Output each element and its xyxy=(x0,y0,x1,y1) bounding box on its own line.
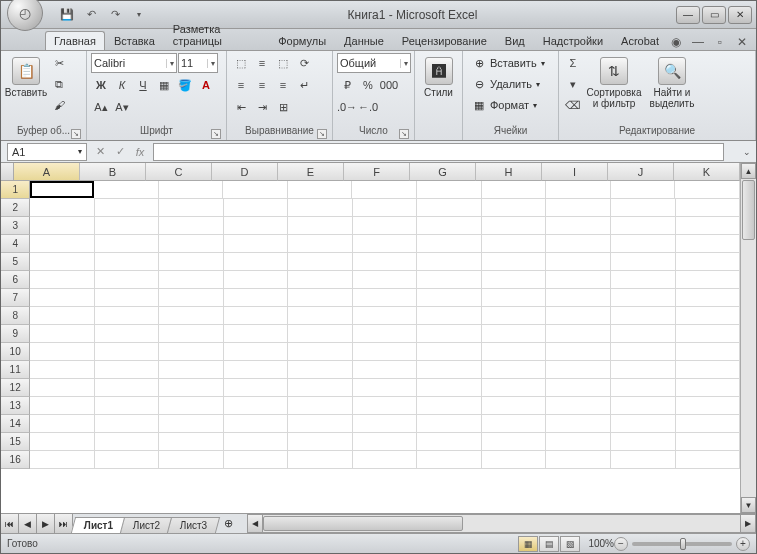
cell-K1[interactable] xyxy=(675,181,740,199)
cell-E1[interactable] xyxy=(288,181,353,199)
cell-A6[interactable] xyxy=(30,271,95,289)
cell-H2[interactable] xyxy=(482,199,547,217)
cell-K16[interactable] xyxy=(676,451,741,469)
sheet-tab-1[interactable]: Лист1 xyxy=(71,517,126,533)
scroll-up-icon[interactable]: ▲ xyxy=(741,163,756,179)
grow-font-icon[interactable]: A▴ xyxy=(91,97,111,117)
cell-F10[interactable] xyxy=(353,343,418,361)
redo-icon[interactable]: ↷ xyxy=(105,5,125,25)
cell-K11[interactable] xyxy=(676,361,741,379)
cell-B16[interactable] xyxy=(95,451,160,469)
row-header-3[interactable]: 3 xyxy=(1,217,30,235)
cell-D9[interactable] xyxy=(224,325,289,343)
cell-D15[interactable] xyxy=(224,433,289,451)
cell-F6[interactable] xyxy=(353,271,418,289)
cell-A2[interactable] xyxy=(30,199,95,217)
cell-C4[interactable] xyxy=(159,235,224,253)
cell-F1[interactable] xyxy=(352,181,417,199)
cell-K8[interactable] xyxy=(676,307,741,325)
cell-B6[interactable] xyxy=(95,271,160,289)
cell-B10[interactable] xyxy=(95,343,160,361)
cell-A8[interactable] xyxy=(30,307,95,325)
format-cells-button[interactable]: ▦Формат▾ xyxy=(467,95,542,115)
cell-J7[interactable] xyxy=(611,289,676,307)
cell-I15[interactable] xyxy=(546,433,611,451)
page-break-view-icon[interactable]: ▧ xyxy=(560,536,580,552)
cell-J12[interactable] xyxy=(611,379,676,397)
office-button[interactable]: ◴ xyxy=(7,0,43,31)
minimize-ribbon-icon[interactable]: — xyxy=(690,34,706,50)
cell-H7[interactable] xyxy=(482,289,547,307)
cell-K10[interactable] xyxy=(676,343,741,361)
cell-K13[interactable] xyxy=(676,397,741,415)
qat-customize-icon[interactable]: ▾ xyxy=(129,5,149,25)
row-header-12[interactable]: 12 xyxy=(1,379,30,397)
column-header-J[interactable]: J xyxy=(608,163,674,181)
cell-H11[interactable] xyxy=(482,361,547,379)
close-workbook-icon[interactable]: ✕ xyxy=(734,34,750,50)
cell-D16[interactable] xyxy=(224,451,289,469)
cell-A11[interactable] xyxy=(30,361,95,379)
first-sheet-icon[interactable]: ⏮ xyxy=(1,514,19,533)
cell-G5[interactable] xyxy=(417,253,482,271)
cell-B5[interactable] xyxy=(95,253,160,271)
cell-K7[interactable] xyxy=(676,289,741,307)
cell-J3[interactable] xyxy=(611,217,676,235)
cell-G14[interactable] xyxy=(417,415,482,433)
styles-button[interactable]: 🅰 Стили xyxy=(419,53,458,102)
comma-icon[interactable]: 000 xyxy=(379,75,399,95)
undo-icon[interactable]: ↶ xyxy=(81,5,101,25)
cell-I13[interactable] xyxy=(546,397,611,415)
cell-I3[interactable] xyxy=(546,217,611,235)
cell-K4[interactable] xyxy=(676,235,741,253)
merge-icon[interactable]: ⊞ xyxy=(273,97,293,117)
cell-K12[interactable] xyxy=(676,379,741,397)
cell-H9[interactable] xyxy=(482,325,547,343)
format-painter-icon[interactable]: 🖌 xyxy=(49,95,69,115)
scroll-left-icon[interactable]: ◀ xyxy=(247,514,263,533)
alignment-launcher[interactable]: ↘ xyxy=(317,129,327,139)
cell-K3[interactable] xyxy=(676,217,741,235)
cell-I9[interactable] xyxy=(546,325,611,343)
cell-A5[interactable] xyxy=(30,253,95,271)
align-right-icon[interactable]: ≡ xyxy=(273,75,293,95)
row-header-14[interactable]: 14 xyxy=(1,415,30,433)
cell-H3[interactable] xyxy=(482,217,547,235)
cell-C1[interactable] xyxy=(159,181,224,199)
cell-J8[interactable] xyxy=(611,307,676,325)
cell-I4[interactable] xyxy=(546,235,611,253)
sheet-tab-2[interactable]: Лист2 xyxy=(120,517,174,533)
cell-H14[interactable] xyxy=(482,415,547,433)
cell-D5[interactable] xyxy=(224,253,289,271)
tab-data[interactable]: Данные xyxy=(335,31,393,50)
cell-K5[interactable] xyxy=(676,253,741,271)
cell-D10[interactable] xyxy=(224,343,289,361)
border-button[interactable]: ▦ xyxy=(154,75,174,95)
row-header-8[interactable]: 8 xyxy=(1,307,30,325)
cell-J6[interactable] xyxy=(611,271,676,289)
cell-G15[interactable] xyxy=(417,433,482,451)
column-header-H[interactable]: H xyxy=(476,163,542,181)
cell-E13[interactable] xyxy=(288,397,353,415)
cut-icon[interactable]: ✂ xyxy=(49,53,69,73)
align-bottom-icon[interactable]: ⬚ xyxy=(273,53,293,73)
cell-J13[interactable] xyxy=(611,397,676,415)
cell-D7[interactable] xyxy=(224,289,289,307)
decrease-indent-icon[interactable]: ⇤ xyxy=(231,97,251,117)
cell-I16[interactable] xyxy=(546,451,611,469)
cell-B4[interactable] xyxy=(95,235,160,253)
fill-color-button[interactable]: 🪣 xyxy=(175,75,195,95)
page-layout-view-icon[interactable]: ▤ xyxy=(539,536,559,552)
cell-F16[interactable] xyxy=(353,451,418,469)
sort-filter-button[interactable]: ⇅ Сортировка и фильтр xyxy=(585,53,643,113)
clipboard-launcher[interactable]: ↘ xyxy=(71,129,81,139)
cell-A4[interactable] xyxy=(30,235,95,253)
row-header-6[interactable]: 6 xyxy=(1,271,30,289)
cell-F7[interactable] xyxy=(353,289,418,307)
zoom-out-button[interactable]: − xyxy=(614,537,628,551)
cell-B13[interactable] xyxy=(95,397,160,415)
cell-K2[interactable] xyxy=(676,199,741,217)
tab-page-layout[interactable]: Разметка страницы xyxy=(164,19,269,50)
cell-F11[interactable] xyxy=(353,361,418,379)
cell-E14[interactable] xyxy=(288,415,353,433)
